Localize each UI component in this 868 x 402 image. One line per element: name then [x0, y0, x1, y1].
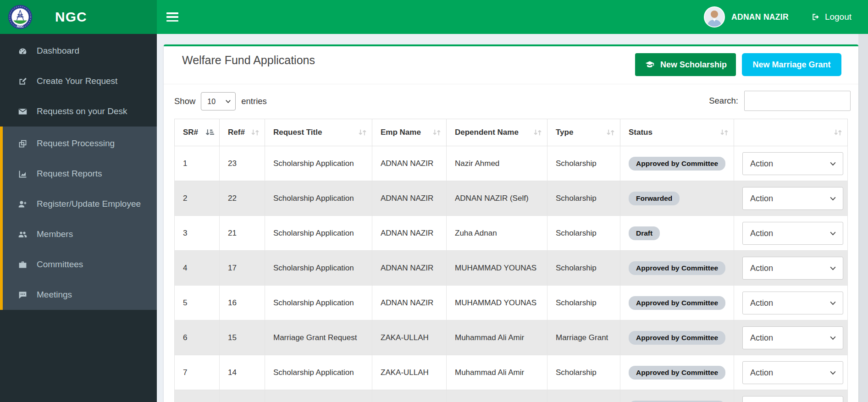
- cell-type: Scholarship: [547, 146, 620, 181]
- cell-sr: 2: [175, 181, 220, 216]
- sidebar-item-request-processing[interactable]: Request Processing: [3, 128, 157, 159]
- new-scholarship-label: New Scholarship: [660, 60, 727, 70]
- sidebar-item-committees[interactable]: Committees: [3, 249, 157, 280]
- brand-logo-block[interactable]: NGC NGC: [0, 0, 157, 34]
- action-select[interactable]: Action: [742, 187, 843, 210]
- cell-type: Scholarship: [547, 286, 620, 320]
- column-header-emp-name[interactable]: Emp Name: [372, 119, 447, 146]
- new-marriage-grant-label: New Marriage Grant: [752, 60, 830, 70]
- logout-label: Logout: [825, 12, 851, 22]
- search-label: Search:: [709, 96, 738, 106]
- status-badge: Forwarded: [629, 192, 680, 205]
- status-badge: Approved by Committee: [629, 261, 725, 275]
- sidebar-toggle-icon[interactable]: [166, 12, 178, 22]
- sidebar-item-requests-on-your-desk[interactable]: Requests on your Desk: [0, 96, 157, 127]
- sidebar-item-create-your-request[interactable]: Create Your Request: [0, 66, 157, 96]
- page-length-select[interactable]: 10: [201, 92, 236, 110]
- sort-icon: [533, 129, 542, 137]
- action-select-wrap: Action: [742, 326, 843, 349]
- cell-dependent-name: Muhammad Ali Amir: [447, 320, 547, 355]
- column-label: Request Title: [273, 128, 322, 137]
- column-header-request-title[interactable]: Request Title: [265, 119, 372, 146]
- cell-type: Scholarship: [547, 216, 620, 251]
- column-header-status[interactable]: Status: [620, 119, 734, 146]
- sort-icon: [833, 129, 843, 137]
- cell-sr: 3: [175, 216, 220, 251]
- sidebar-item-request-reports[interactable]: Request Reports: [3, 159, 157, 189]
- cell-sr: 7: [175, 355, 220, 390]
- welfare-applications-card: Welfare Fund Applications New Scholarshi…: [164, 44, 858, 402]
- sort-amount-asc-icon: [205, 129, 215, 137]
- sidebar-item-label: Request Reports: [37, 169, 102, 179]
- sidebar-item-dashboard[interactable]: Dashboard: [0, 36, 157, 66]
- cell-status: Forwarded: [620, 181, 734, 216]
- sidebar-item-label: Requests on your Desk: [37, 106, 127, 116]
- action-select[interactable]: Action: [742, 292, 843, 314]
- action-select[interactable]: Action: [742, 326, 843, 349]
- sidebar-item-members[interactable]: Members: [3, 219, 157, 249]
- cell-dependent-name: MUHAMMAD YOUNAS: [447, 286, 547, 320]
- cell-emp-name: ADNAN NAZIR: [372, 181, 447, 216]
- app: { "brand": { "name": "NGC" }, "header": …: [0, 0, 868, 402]
- sidebar-item-label: Create Your Request: [37, 76, 117, 86]
- sidebar-item-label: Meetings: [37, 290, 72, 300]
- column-header-type[interactable]: Type: [547, 119, 620, 146]
- cell-emp-name: ADNAN NAZIR: [372, 216, 447, 251]
- briefcase-icon: [17, 259, 28, 270]
- cell-status: Draft: [620, 216, 734, 251]
- table-row: 321Scholarship ApplicationADNAN NAZIRZuh…: [175, 216, 848, 251]
- cell-dependent-name: MUHAMMAD YOUNAS: [447, 251, 547, 286]
- logout-button[interactable]: Logout: [811, 12, 851, 22]
- action-select-wrap: Action: [742, 257, 843, 280]
- chart-icon: [17, 168, 28, 179]
- column-header-dependent-name[interactable]: Dependent Name: [447, 119, 547, 146]
- action-select-wrap: Action: [742, 222, 843, 245]
- sidebar-item-label: Dashboard: [37, 46, 79, 56]
- action-select[interactable]: Action: [742, 257, 843, 280]
- page-length-control: Show 10 entries: [174, 92, 267, 110]
- cell-request-title: Scholarship Application: [265, 355, 372, 390]
- user-avatar[interactable]: [704, 6, 725, 28]
- sidebar-item-register-update-employee[interactable]: Register/Update Employee: [3, 189, 157, 219]
- action-select[interactable]: Action: [742, 222, 843, 245]
- action-select-wrap: Action: [742, 187, 843, 210]
- entries-label: entries: [241, 96, 267, 106]
- cell-status: Approved by Committee: [620, 355, 734, 390]
- envelope-icon: [17, 106, 28, 117]
- table-body: 123Scholarship ApplicationADNAN NAZIRNaz…: [175, 146, 848, 402]
- sidebar-item-meetings[interactable]: Meetings: [3, 280, 157, 310]
- user-plus-icon: [17, 198, 28, 209]
- user-name[interactable]: ADNAN NAZIR: [731, 12, 789, 22]
- cell-request-title: Scholarship Application: [265, 286, 372, 320]
- cell-sr: 5: [175, 286, 220, 320]
- sort-icon: [358, 129, 367, 137]
- new-marriage-grant-button[interactable]: New Marriage Grant: [742, 53, 841, 76]
- action-select[interactable]: Action: [742, 396, 843, 402]
- table-row: 714Scholarship ApplicationZAKA-ULLAHMuha…: [175, 355, 848, 390]
- cell-action: Action: [734, 146, 848, 181]
- cell-type: Scholarship: [547, 355, 620, 390]
- action-select[interactable]: Action: [742, 152, 843, 175]
- cell-sr: 6: [175, 320, 220, 355]
- applications-table: SR#Ref#Request TitleEmp NameDependent Na…: [174, 119, 848, 402]
- table-row: 615Marriage Grant RequestZAKA-ULLAHMuham…: [175, 320, 848, 355]
- cell-sr: 8: [175, 390, 220, 402]
- column-header-sr[interactable]: SR#: [175, 119, 220, 146]
- edit-icon: [17, 76, 28, 87]
- cell-request-title: Scholarship Application: [265, 251, 372, 286]
- cell-emp-name: ADNAN NAZIR: [372, 251, 447, 286]
- cell-type: Scholarship: [547, 181, 620, 216]
- cell-emp-name: ADNAN NAZIR: [372, 286, 447, 320]
- cell-ref: 21: [220, 216, 265, 251]
- action-select[interactable]: Action: [742, 361, 843, 384]
- status-badge: Draft: [629, 226, 660, 240]
- new-scholarship-button[interactable]: New Scholarship: [635, 53, 736, 76]
- status-badge: Approved by Committee: [629, 296, 725, 310]
- table-header-row: SR#Ref#Request TitleEmp NameDependent Na…: [175, 119, 848, 146]
- column-header-actions[interactable]: [734, 119, 848, 146]
- search-input[interactable]: [744, 91, 851, 111]
- cell-dependent-name: Zuha Adnan: [447, 216, 547, 251]
- column-header-ref[interactable]: Ref#: [220, 119, 265, 146]
- cell-ref: 14: [220, 355, 265, 390]
- cell-ref: 13: [220, 390, 265, 402]
